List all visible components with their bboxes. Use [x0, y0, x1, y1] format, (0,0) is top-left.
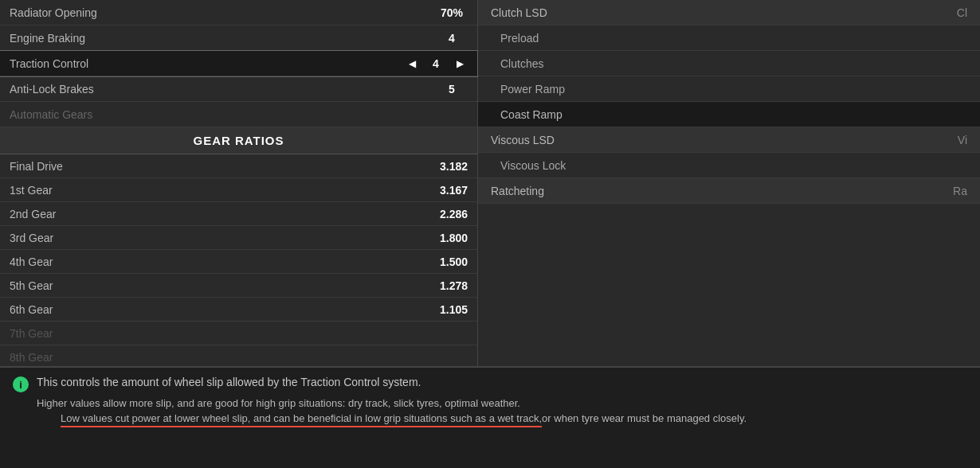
- info-secondary-text: Higher values allow more slip, and are g…: [37, 397, 967, 409]
- automatic-gears-row: Automatic Gears: [0, 102, 477, 127]
- radiator-opening-value: 70%: [436, 6, 468, 19]
- gear-list: Final Drive 3.182 1st Gear 3.167 2nd Gea…: [0, 154, 477, 369]
- gear-3-value: 1.800: [440, 232, 468, 244]
- final-drive-label: Final Drive: [10, 160, 440, 173]
- gear-6-row[interactable]: 6th Gear 1.105: [0, 298, 477, 322]
- gear-3-row[interactable]: 3rd Gear 1.800: [0, 226, 477, 250]
- gear-5-row[interactable]: 5th Gear 1.278: [0, 274, 477, 298]
- power-ramp-row[interactable]: Power Ramp: [478, 76, 980, 102]
- viscous-lsd-label: Viscous LSD: [491, 134, 958, 146]
- clutch-lsd-right: Cl: [957, 6, 967, 19]
- viscous-lock-label: Viscous Lock: [500, 159, 967, 172]
- clutch-lsd-label: Clutch LSD: [491, 6, 957, 19]
- info-top: i This controls the amount of wheel slip…: [13, 376, 967, 392]
- gear-6-value: 1.105: [440, 303, 468, 316]
- info-main-text: This controls the amount of wheel slip a…: [37, 376, 421, 388]
- ratcheting-label: Ratcheting: [491, 185, 953, 197]
- gear-2-value: 2.286: [440, 208, 468, 220]
- gear-ratios-header: GEAR RATIOS: [0, 127, 477, 154]
- gear-6-label: 6th Gear: [10, 303, 440, 316]
- settings-list: Radiator Opening 70% Engine Braking 4 Tr…: [0, 0, 477, 127]
- preload-label: Preload: [500, 32, 967, 45]
- info-icon: i: [13, 376, 29, 392]
- info-warning-cont: or when tyre wear must be managed closel…: [542, 412, 747, 427]
- engine-braking-value: 4: [436, 32, 468, 45]
- final-drive-row[interactable]: Final Drive 3.182: [0, 154, 477, 178]
- gear-2-label: 2nd Gear: [10, 208, 440, 220]
- anti-lock-brakes-value: 5: [436, 83, 468, 96]
- gear-1-row[interactable]: 1st Gear 3.167: [0, 178, 477, 202]
- engine-braking-row: Engine Braking 4: [0, 25, 477, 51]
- traction-control-value: 4: [420, 57, 452, 70]
- gear-5-value: 1.278: [440, 279, 468, 292]
- gear-7-label: 7th Gear: [10, 327, 468, 340]
- viscous-lsd-row[interactable]: Viscous LSD Vi: [478, 127, 980, 153]
- radiator-opening-label: Radiator Opening: [10, 6, 436, 19]
- left-panel: Radiator Opening 70% Engine Braking 4 Tr…: [0, 0, 478, 366]
- gear-4-label: 4th Gear: [10, 255, 440, 268]
- gear-8-label: 8th Gear: [10, 351, 468, 364]
- right-panel: Clutch LSD Cl Preload Clutches Power Ram…: [478, 0, 980, 366]
- gear-1-value: 3.167: [440, 184, 468, 197]
- viscous-lsd-right: Vi: [958, 134, 967, 146]
- gear-5-label: 5th Gear: [10, 279, 440, 292]
- main-content: Radiator Opening 70% Engine Braking 4 Tr…: [0, 0, 980, 366]
- clutches-label: Clutches: [500, 57, 967, 70]
- gear-4-row[interactable]: 4th Gear 1.500: [0, 250, 477, 274]
- traction-control-row[interactable]: Traction Control ◀ 4 ▶: [0, 51, 477, 76]
- gear-4-value: 1.500: [440, 255, 468, 268]
- ratcheting-right: Ra: [953, 185, 967, 197]
- gear-2-row[interactable]: 2nd Gear 2.286: [0, 202, 477, 226]
- final-drive-value: 3.182: [440, 160, 468, 173]
- coast-ramp-row[interactable]: Coast Ramp: [478, 102, 980, 127]
- clutches-row[interactable]: Clutches: [478, 51, 980, 76]
- anti-lock-brakes-label: Anti-Lock Brakes: [10, 83, 436, 96]
- info-warning-line: Low values cut power at lower wheel slip…: [37, 412, 967, 427]
- traction-control-label: Traction Control: [10, 57, 404, 70]
- gear-3-label: 3rd Gear: [10, 232, 440, 244]
- gear-7-row: 7th Gear: [0, 322, 477, 345]
- automatic-gears-label: Automatic Gears: [10, 108, 468, 121]
- power-ramp-label: Power Ramp: [500, 83, 967, 96]
- coast-ramp-label: Coast Ramp: [500, 108, 967, 121]
- clutch-lsd-row[interactable]: Clutch LSD Cl: [478, 0, 980, 25]
- radiator-opening-row: Radiator Opening 70%: [0, 0, 477, 25]
- preload-row[interactable]: Preload: [478, 25, 980, 51]
- engine-braking-label: Engine Braking: [10, 32, 436, 45]
- info-panel: i This controls the amount of wheel slip…: [0, 366, 980, 468]
- anti-lock-brakes-row: Anti-Lock Brakes 5: [0, 76, 477, 102]
- viscous-lock-row[interactable]: Viscous Lock: [478, 153, 980, 178]
- ratcheting-row[interactable]: Ratcheting Ra: [478, 178, 980, 204]
- info-warning-underlined: Low values cut power at lower wheel slip…: [61, 412, 542, 427]
- traction-control-left-arrow[interactable]: ◀: [404, 58, 420, 69]
- traction-control-right-arrow[interactable]: ▶: [452, 58, 468, 69]
- gear-1-label: 1st Gear: [10, 184, 440, 197]
